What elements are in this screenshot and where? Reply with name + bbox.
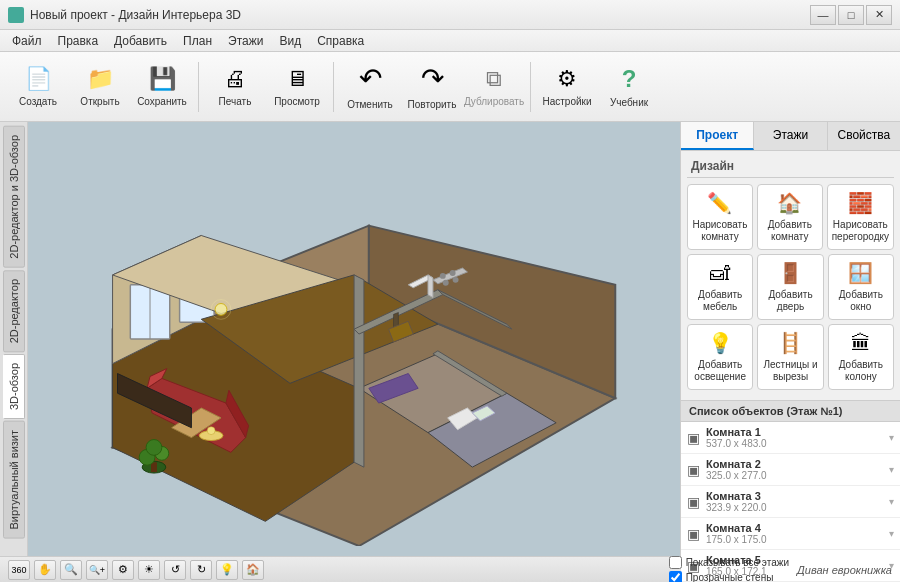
- title-bar-buttons: — □ ✕: [810, 5, 892, 25]
- menu-help[interactable]: Справка: [309, 32, 372, 50]
- save-button[interactable]: 💾 Сохранить: [132, 57, 192, 117]
- open-button[interactable]: 📁 Открыть: [70, 57, 130, 117]
- room-info-4: Комната 4 175.0 x 175.0: [706, 522, 883, 545]
- object-item-room3[interactable]: ▣ Комната 3 323.9 x 220.0 ▾: [681, 486, 900, 518]
- add-door-button[interactable]: 🚪 Добавить дверь: [757, 254, 823, 320]
- rotate-ccw-tool[interactable]: ↺: [164, 560, 186, 580]
- create-label: Создать: [19, 96, 57, 108]
- add-lighting-label: Добавить освещение: [692, 359, 748, 383]
- menu-floors[interactable]: Этажи: [220, 32, 271, 50]
- add-furniture-icon: 🛋: [710, 262, 730, 285]
- minimize-button[interactable]: —: [810, 5, 836, 25]
- show-all-floors-check[interactable]: Показывать все этажи: [669, 556, 789, 569]
- undo-button[interactable]: ↶ Отменить: [340, 57, 400, 117]
- duplicate-button[interactable]: ⧉ Дублировать: [464, 57, 524, 117]
- draw-partition-button[interactable]: 🧱 Нарисовать перегородку: [827, 184, 894, 250]
- settings-label: Настройки: [542, 96, 591, 108]
- menu-view[interactable]: Вид: [271, 32, 309, 50]
- add-window-label: Добавить окно: [833, 289, 889, 313]
- preview-icon: 🖥: [286, 66, 308, 92]
- open-icon: 📁: [87, 66, 114, 92]
- title-bar: Новый проект - Дизайн Интерьера 3D — □ ✕: [0, 0, 900, 30]
- object-item-room4[interactable]: ▣ Комната 4 175.0 x 175.0 ▾: [681, 518, 900, 550]
- svg-marker-17: [354, 275, 364, 467]
- zoom-in-tool[interactable]: 🔍+: [86, 560, 108, 580]
- zoom-out-tool[interactable]: 🔍: [60, 560, 82, 580]
- add-door-icon: 🚪: [778, 261, 803, 285]
- room-name-1: Комната 1: [706, 426, 883, 438]
- add-lighting-icon: 💡: [708, 331, 733, 355]
- create-button[interactable]: 📄 Создать: [8, 57, 68, 117]
- tab-virtual[interactable]: Виртуальный визит: [3, 421, 25, 539]
- tab-properties[interactable]: Свойства: [828, 122, 900, 150]
- tab-3d[interactable]: 3D-обзор: [3, 354, 25, 419]
- room-arrow-2: ▾: [889, 464, 894, 475]
- room-icon-2: ▣: [687, 462, 700, 478]
- app-icon: [8, 7, 24, 23]
- add-lighting-button[interactable]: 💡 Добавить освещение: [687, 324, 753, 390]
- add-column-label: Добавить колону: [833, 359, 889, 383]
- svg-marker-34: [428, 275, 433, 298]
- title-bar-left: Новый проект - Дизайн Интерьера 3D: [8, 7, 241, 23]
- hand-tool[interactable]: ✋: [34, 560, 56, 580]
- add-window-button[interactable]: 🪟 Добавить окно: [828, 254, 894, 320]
- save-icon: 💾: [149, 66, 176, 92]
- room-size-2: 325.0 x 277.0: [706, 470, 883, 481]
- show-all-floors-checkbox[interactable]: [669, 556, 682, 569]
- menu-edit[interactable]: Правка: [50, 32, 107, 50]
- help-button[interactable]: ? Учебник: [599, 57, 659, 117]
- add-window-icon: 🪟: [848, 261, 873, 285]
- object-item-room1[interactable]: ▣ Комната 1 537.0 x 483.0 ▾: [681, 422, 900, 454]
- light-tool[interactable]: 💡: [216, 560, 238, 580]
- menu-file[interactable]: Файл: [4, 32, 50, 50]
- redo-button[interactable]: ↷ Повторить: [402, 57, 462, 117]
- separator-2: [333, 62, 334, 112]
- print-button[interactable]: 🖨 Печать: [205, 57, 265, 117]
- tab-2d[interactable]: 2D-редактор: [3, 270, 25, 352]
- add-column-button[interactable]: 🏛 Добавить колону: [828, 324, 894, 390]
- room-icon-4: ▣: [687, 526, 700, 542]
- menu-plan[interactable]: План: [175, 32, 220, 50]
- menu-add[interactable]: Добавить: [106, 32, 175, 50]
- room-size-1: 537.0 x 483.0: [706, 438, 883, 449]
- save-label: Сохранить: [137, 96, 187, 108]
- room-arrow-3: ▾: [889, 496, 894, 507]
- room-info-3: Комната 3 323.9 x 220.0: [706, 490, 883, 513]
- room-name-3: Комната 3: [706, 490, 883, 502]
- home-tool[interactable]: 🏠: [242, 560, 264, 580]
- room-name-2: Комната 2: [706, 458, 883, 470]
- tab-2d-3d[interactable]: 2D-редактор и 3D-обзор: [3, 126, 25, 268]
- room-size-4: 175.0 x 175.0: [706, 534, 883, 545]
- tab-project[interactable]: Проект: [681, 122, 754, 150]
- add-room-button[interactable]: 🏠 Добавить комнату: [757, 184, 823, 250]
- object-item-room2[interactable]: ▣ Комната 2 325.0 x 277.0 ▾: [681, 454, 900, 486]
- maximize-button[interactable]: □: [838, 5, 864, 25]
- help-label: Учебник: [610, 97, 648, 109]
- 360-tool[interactable]: 360: [8, 560, 30, 580]
- transparent-walls-checkbox[interactable]: [669, 571, 682, 583]
- canvas-area[interactable]: [28, 122, 680, 556]
- draw-room-icon: ✏️: [707, 191, 732, 215]
- status-right-text: Диван еврокнижка: [797, 564, 892, 576]
- stairs-button[interactable]: 🪜 Лестницы и вырезы: [757, 324, 823, 390]
- draw-room-button[interactable]: ✏️ Нарисовать комнату: [687, 184, 753, 250]
- separator-1: [198, 62, 199, 112]
- add-column-icon: 🏛: [851, 332, 871, 355]
- add-furniture-button[interactable]: 🛋 Добавить мебель: [687, 254, 753, 320]
- sun-tool[interactable]: ☀: [138, 560, 160, 580]
- tab-floors[interactable]: Этажи: [754, 122, 827, 150]
- create-icon: 📄: [25, 66, 52, 92]
- close-button[interactable]: ✕: [866, 5, 892, 25]
- rotate-cw-tool[interactable]: ↻: [190, 560, 212, 580]
- status-checks: Показывать все этажи Прозрачные стены: [669, 556, 789, 583]
- right-panel: Проект Этажи Свойства Дизайн ✏️ Нарисова…: [680, 122, 900, 556]
- svg-point-39: [453, 277, 459, 283]
- help-icon: ?: [622, 65, 637, 93]
- settings-button[interactable]: ⚙ Настройки: [537, 57, 597, 117]
- transparent-walls-check[interactable]: Прозрачные стены: [669, 571, 789, 583]
- room-icon-3: ▣: [687, 494, 700, 510]
- left-tabs: 2D-редактор и 3D-обзор 2D-редактор 3D-об…: [0, 122, 28, 556]
- preview-button[interactable]: 🖥 Просмотр: [267, 57, 327, 117]
- settings-tool[interactable]: ⚙: [112, 560, 134, 580]
- room-arrow-1: ▾: [889, 432, 894, 443]
